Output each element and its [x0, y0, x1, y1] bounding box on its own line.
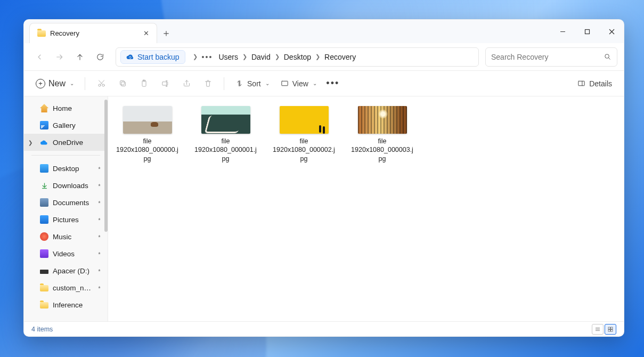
file-item[interactable]: file 1920x1080_000003.jpg — [350, 106, 414, 163]
copy-button[interactable] — [113, 75, 132, 92]
nav-refresh-button[interactable] — [91, 48, 109, 66]
sidebar-item-label: Inference — [53, 301, 83, 309]
new-label: New — [48, 79, 66, 88]
details-pane-button[interactable]: Details — [573, 75, 616, 92]
svg-rect-22 — [282, 81, 288, 86]
sidebar-item-label: custom_node — [53, 284, 92, 292]
nav-back-button[interactable] — [30, 48, 48, 66]
drive-icon — [40, 270, 48, 274]
tab-recovery[interactable]: Recovery ✕ — [29, 23, 157, 43]
pin-icon — [96, 267, 102, 275]
svg-rect-23 — [578, 81, 584, 86]
svg-rect-31 — [611, 327, 613, 329]
downloads-icon — [40, 181, 48, 190]
sidebar-item-inference[interactable]: Inference — [24, 296, 108, 313]
titlebar: Recovery ✕ ＋ — [24, 20, 624, 43]
crumb-david[interactable]: David — [251, 53, 271, 61]
sidebar-item-label: Desktop — [53, 165, 79, 173]
sidebar-item-videos[interactable]: Videos — [24, 245, 108, 262]
window-controls — [550, 20, 624, 43]
sidebar-item-pictures[interactable]: Pictures — [24, 211, 108, 228]
new-tab-button[interactable]: ＋ — [157, 23, 175, 43]
tab-close-icon[interactable]: ✕ — [143, 29, 149, 37]
separator — [31, 155, 100, 156]
svg-rect-17 — [162, 82, 167, 85]
explorer-window: Recovery ✕ ＋ Start backup ❯ ••• . Users … — [23, 19, 624, 337]
sidebar-item-gallery[interactable]: Gallery — [24, 117, 108, 134]
sidebar-item-label: Videos — [53, 250, 75, 258]
pin-icon — [96, 216, 102, 224]
music-icon — [40, 232, 48, 241]
sidebar-item-onedrive[interactable]: ❯OneDrive — [24, 134, 108, 151]
sidebar-item-label: Pictures — [53, 216, 79, 224]
chevron-down-icon: ⌄ — [70, 80, 74, 86]
rename-button[interactable] — [156, 75, 175, 92]
new-button[interactable]: + New ⌄ — [31, 75, 78, 92]
sidebar-item-label: Music — [53, 233, 71, 241]
content-pane[interactable]: file 1920x1080_000000.jpg file 1920x1080… — [108, 96, 624, 321]
pin-icon — [96, 233, 102, 241]
share-button[interactable] — [177, 75, 196, 92]
delete-button[interactable] — [198, 75, 217, 92]
sidebar-item-music[interactable]: Music — [24, 228, 108, 245]
chevron-right-icon: ❯ — [315, 53, 320, 60]
more-button[interactable]: ••• — [323, 75, 343, 92]
pin-icon — [96, 182, 102, 190]
gallery-icon — [40, 121, 48, 129]
view-button[interactable]: View ⌄ — [276, 75, 321, 92]
close-button[interactable] — [599, 20, 624, 43]
pin-icon — [96, 165, 102, 173]
minimize-button[interactable] — [550, 20, 575, 43]
status-bar: 4 items — [24, 321, 624, 336]
svg-point-7 — [605, 54, 609, 59]
sidebar-scrollbar[interactable] — [104, 100, 108, 232]
pictures-icon — [40, 215, 48, 224]
nav-up-button[interactable] — [71, 48, 89, 66]
crumb-desktop[interactable]: Desktop — [284, 53, 311, 61]
file-item[interactable]: file 1920x1080_000002.jpg — [272, 106, 336, 163]
onedrive-icon — [40, 138, 48, 147]
file-item[interactable]: file 1920x1080_000001.jpg — [194, 106, 257, 163]
sidebar-item-apacer[interactable]: Apacer (D:) — [24, 262, 108, 279]
crumb-recovery[interactable]: Recovery — [324, 53, 356, 61]
crumb-users[interactable]: Users — [218, 53, 238, 61]
file-item[interactable]: file 1920x1080_000000.jpg — [116, 106, 179, 163]
file-thumbnail — [280, 106, 329, 134]
folder-icon — [37, 30, 46, 37]
nav-forward-button[interactable] — [51, 48, 69, 66]
sidebar-item-downloads[interactable]: Downloads — [24, 177, 108, 194]
search-input[interactable] — [491, 53, 604, 61]
view-grid-toggle[interactable] — [605, 324, 616, 335]
documents-icon — [40, 198, 48, 207]
sort-button[interactable]: Sort ⌄ — [231, 75, 274, 92]
sidebar-item-home[interactable]: Home — [24, 100, 108, 117]
home-icon — [40, 104, 48, 112]
start-backup-label: Start backup — [137, 53, 180, 61]
plus-circle-icon: + — [36, 79, 45, 88]
view-list-toggle[interactable] — [592, 324, 604, 335]
chevron-down-icon: ⌄ — [265, 80, 270, 86]
address-bar[interactable]: Start backup ❯ ••• . Users ❯ David ❯ Des… — [116, 47, 479, 67]
sidebar-item-desktop[interactable]: Desktop — [24, 160, 108, 177]
file-name: file 1920x1080_000003.jpg — [350, 137, 414, 163]
file-name: file 1920x1080_000000.jpg — [116, 137, 179, 163]
file-thumbnail — [358, 106, 407, 134]
sidebar-item-custom-node[interactable]: custom_node — [24, 279, 108, 296]
start-backup-pill[interactable]: Start backup — [120, 50, 185, 64]
search-box[interactable] — [485, 47, 617, 67]
chevron-right-icon: ❯ — [193, 53, 198, 60]
sidebar-item-documents[interactable]: Documents — [24, 194, 108, 211]
sidebar-item-label: Apacer (D:) — [53, 267, 89, 275]
paste-button[interactable] — [134, 75, 153, 92]
sort-label: Sort — [247, 79, 261, 88]
sort-icon — [235, 79, 244, 88]
sidebar-item-label: OneDrive — [53, 139, 83, 147]
path-overflow-icon[interactable]: ••• — [202, 53, 213, 61]
maximize-button[interactable] — [575, 20, 599, 43]
svg-rect-1 — [585, 29, 589, 34]
chevron-right-icon[interactable]: ❯ — [28, 140, 32, 145]
cloud-sync-icon — [126, 53, 134, 61]
cut-button[interactable] — [92, 75, 111, 92]
folder-icon — [40, 302, 48, 309]
svg-line-8 — [608, 58, 610, 59]
